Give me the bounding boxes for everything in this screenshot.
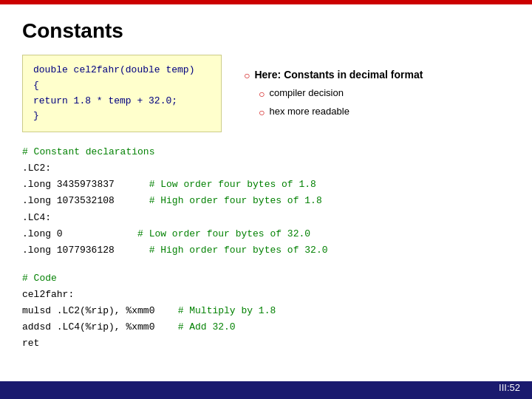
bullet-sub2-text: hex more readable: [269, 106, 349, 117]
main-content: Constants double cel2fahr(double temp) {…: [0, 4, 532, 381]
bullet-main: ○ Here: Constants in decimal format: [244, 69, 423, 81]
code-line3: ret: [22, 335, 510, 352]
lc2-line2: .long 1073532108 # High order four bytes…: [22, 193, 510, 209]
code-line3-code: ret: [22, 338, 39, 349]
code-line1-comment: # Multiply by 1.8: [178, 305, 276, 316]
lc2-line1: .long 3435973837 # Low order four bytes …: [22, 177, 510, 193]
code-header: # Code: [22, 270, 510, 287]
lc4-line1-code: .long 0: [22, 228, 63, 239]
lc4-line2-comment: # High order four bytes of 32.0: [149, 245, 328, 256]
code-line2: addsd .LC4(%rip), %xmm0 # Add 32.0: [22, 319, 510, 335]
bullet-main-text: Here: Constants in decimal format: [254, 69, 423, 81]
code-line2-code: addsd .LC4(%rip), %xmm0: [22, 321, 154, 332]
code-line1: mulsd .LC2(%rip), %xmm0 # Multiply by 1.…: [22, 303, 510, 319]
func-label: cel2fahr:: [22, 287, 510, 303]
lc2-label: .LC2:: [22, 160, 510, 177]
lc2-line1-code: .long 3435973837: [22, 179, 115, 190]
bullet-main-symbol: ○: [244, 69, 250, 81]
code-line-4: }: [33, 109, 211, 124]
code-line-2: {: [33, 78, 211, 94]
code-header-text: # Code: [22, 273, 57, 284]
lc2-line1-comment: # Low order four bytes of 1.8: [149, 179, 316, 190]
content-area: double cel2fahr(double temp) { return 1.…: [22, 55, 510, 132]
lc2-line2-comment: # High order four bytes of 1.8: [149, 195, 322, 206]
bullet-sub2-symbol: ○: [259, 106, 265, 118]
asm-code-section: # Code cel2fahr: mulsd .LC2(%rip), %xmm0…: [22, 270, 510, 352]
lc4-label: .LC4:: [22, 210, 510, 226]
code-line1-code: mulsd .LC2(%rip), %xmm0: [22, 305, 154, 316]
lc4-line1-comment: # Low order four bytes of 32.0: [137, 228, 310, 239]
asm-constants-section: # Constant declarations .LC2: .long 3435…: [22, 144, 510, 259]
slide-number: III:52: [499, 382, 520, 393]
bullet-sub-1: ○ compiler decision: [259, 87, 423, 100]
bullet-list: ○ Here: Constants in decimal format ○ co…: [236, 55, 423, 132]
lc4-line1: .long 0 # Low order four bytes of 32.0: [22, 226, 510, 242]
bullet-sub1-text: compiler decision: [269, 87, 343, 98]
bullet-sub1-symbol: ○: [259, 88, 265, 100]
const-decl-header: # Constant declarations: [22, 144, 510, 160]
const-decl-header-text: # Constant declarations: [22, 146, 154, 157]
code-line-3: return 1.8 * temp + 32.0;: [33, 94, 211, 109]
lc4-line2-code: .long 1077936128: [22, 245, 115, 256]
code-example-box: double cel2fahr(double temp) { return 1.…: [22, 55, 222, 132]
code-line2-comment: # Add 32.0: [178, 321, 236, 332]
lc4-line2: .long 1077936128 # High order four bytes…: [22, 242, 510, 259]
bullet-sub-2: ○ hex more readable: [259, 106, 423, 118]
lc2-line2-code: .long 1073532108: [22, 195, 115, 206]
page-title: Constants: [22, 19, 510, 43]
code-line-1: double cel2fahr(double temp): [33, 63, 211, 78]
